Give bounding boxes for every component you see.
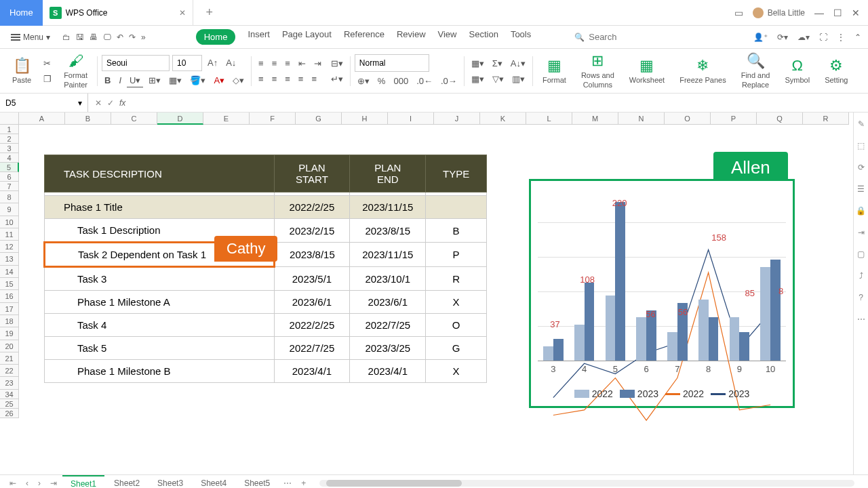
column-header[interactable]: P	[711, 113, 757, 125]
table-row[interactable]: Phase 1 Milestone A2023/6/12023/6/1X	[45, 291, 487, 314]
font-name-select[interactable]	[102, 55, 170, 71]
maximize-icon[interactable]: ☐	[833, 7, 842, 18]
ribbon-tab-section[interactable]: Section	[469, 29, 498, 45]
comma-icon[interactable]: 000	[391, 75, 411, 87]
freeze-group[interactable]: ❄Freeze Panes	[674, 49, 731, 93]
sync-icon[interactable]: ☁▾	[797, 33, 810, 42]
layers-icon[interactable]: ☰	[857, 184, 865, 194]
add-sheet-icon[interactable]: +	[297, 477, 310, 489]
row-header[interactable]: 3	[0, 144, 19, 153]
row-header[interactable]: 1	[0, 125, 19, 134]
increase-decimal-icon[interactable]: .0←	[414, 75, 435, 87]
font-size-select[interactable]	[172, 55, 202, 71]
format-group[interactable]: ▦Format	[537, 49, 572, 93]
last-sheet-icon[interactable]: ⇥	[46, 477, 61, 489]
sheet-tab-1[interactable]: Sheet1	[62, 475, 104, 489]
increase-font-icon[interactable]: A↑	[205, 56, 220, 69]
wrap-text-icon[interactable]: ↵▾	[328, 73, 346, 85]
next-sheet-icon[interactable]: ›	[34, 477, 45, 489]
cell-style-icon[interactable]: ▦▾	[166, 74, 184, 87]
column-header[interactable]: O	[665, 113, 711, 125]
search-area[interactable]: 🔍	[574, 32, 684, 42]
fx-icon[interactable]: fx	[119, 98, 125, 108]
help-icon[interactable]: ?	[859, 293, 863, 302]
table-row[interactable]: Task 42022/2/252022/7/25O	[45, 314, 487, 337]
edit-icon[interactable]: ✎	[858, 119, 865, 129]
home-tab[interactable]: Home	[0, 0, 43, 26]
first-sheet-icon[interactable]: ⇤	[5, 477, 20, 489]
ribbon-tab-insert[interactable]: Insert	[248, 29, 270, 45]
align-left-icon[interactable]: ≡	[256, 73, 267, 85]
ribbon-tab-page-layout[interactable]: Page Layout	[282, 29, 332, 45]
close-tab-icon[interactable]: ✕	[179, 8, 186, 18]
add-tab-icon[interactable]: +	[205, 5, 213, 20]
underline-icon[interactable]: U▾	[127, 74, 143, 87]
sheet-tab-2[interactable]: Sheet2	[106, 476, 148, 489]
row-header[interactable]: 16	[0, 290, 19, 302]
cloud-icon[interactable]: ⟳▾	[777, 33, 788, 42]
decrease-font-icon[interactable]: A↓	[223, 56, 239, 69]
user-account[interactable]: Bella Little	[753, 7, 805, 18]
increase-indent-icon[interactable]: ⇥	[311, 57, 324, 70]
fill-color-icon[interactable]: 🪣▾	[187, 74, 208, 87]
table-row[interactable]: Task 52022/7/252023/3/25G	[45, 337, 487, 360]
row-header[interactable]: 19	[0, 327, 19, 340]
copy-icon[interactable]: ❐	[41, 73, 54, 85]
align-right-icon[interactable]: ≡	[282, 73, 293, 85]
ribbon-tab-view[interactable]: View	[438, 29, 457, 45]
open-icon[interactable]: 🗀	[62, 33, 71, 42]
column-header[interactable]: A	[19, 113, 65, 125]
redo-icon[interactable]: ↷	[129, 33, 136, 42]
column-header[interactable]: L	[526, 113, 572, 125]
column-header[interactable]: E	[203, 113, 250, 125]
column-header[interactable]: Q	[757, 113, 803, 125]
more-panel-icon[interactable]: ⋯	[857, 314, 865, 324]
row-header[interactable]: 2	[0, 134, 19, 144]
save-icon[interactable]: 🖫	[76, 33, 84, 42]
menu-button[interactable]: Menu ▾	[7, 30, 54, 45]
row-header[interactable]: 22	[0, 365, 19, 377]
collapse-ribbon-icon[interactable]: ⌃	[854, 33, 861, 42]
row-header[interactable]: 6	[0, 172, 19, 182]
percent-icon[interactable]: %	[375, 75, 389, 87]
share-panel-icon[interactable]: ⤴	[859, 271, 863, 281]
column-header[interactable]: B	[65, 113, 111, 125]
row-header[interactable]: 8	[0, 191, 19, 203]
column-header[interactable]: H	[342, 113, 388, 125]
row-header[interactable]: 14	[0, 266, 19, 278]
column-header[interactable]: R	[803, 113, 849, 125]
align-center-icon[interactable]: ≡	[269, 73, 280, 85]
sort-icon[interactable]: A↓▾	[508, 57, 528, 70]
horizontal-scrollbar[interactable]	[319, 480, 854, 487]
minimize-icon[interactable]: —	[814, 7, 824, 18]
fullscreen-icon[interactable]: ⛶	[819, 33, 827, 42]
table-row[interactable]: Task 32023/5/12023/10/1R	[45, 267, 487, 291]
merge-icon[interactable]: ⊟▾	[328, 57, 346, 70]
align-bottom-icon[interactable]: ≡	[282, 57, 293, 70]
worksheet-group[interactable]: ▦Worksheet	[624, 49, 670, 93]
accept-formula-icon[interactable]: ✓	[107, 98, 114, 108]
row-header[interactable]: 20	[0, 340, 19, 352]
row-header[interactable]: 17	[0, 303, 19, 315]
column-header[interactable]: D	[157, 113, 203, 125]
row-header[interactable]: 12	[0, 241, 19, 253]
font-color-icon[interactable]: A▾	[211, 74, 227, 87]
ribbon-tab-tools[interactable]: Tools	[511, 29, 531, 45]
format-painter-group[interactable]: 🖌 Format Painter	[58, 49, 93, 93]
symbol-group[interactable]: ΩSymbol	[779, 49, 815, 93]
table-row[interactable]: Phase 1 Title2022/2/252023/11/15	[45, 196, 487, 219]
undo-icon[interactable]: ↶	[117, 33, 123, 42]
grid[interactable]: TASK DESCRIPTION PLANSTART PLANEND TYPE …	[19, 125, 853, 474]
bold-icon[interactable]: B	[102, 74, 113, 87]
row-header[interactable]: 11	[0, 228, 19, 241]
decrease-indent-icon[interactable]: ⇤	[296, 57, 309, 70]
lock-icon[interactable]: 🔒	[856, 206, 866, 216]
row-header[interactable]: 9	[0, 203, 19, 216]
select-icon[interactable]: ⬚	[857, 141, 865, 150]
properties-icon[interactable]: ▢	[857, 249, 865, 259]
print-preview-icon[interactable]: 🖵	[103, 33, 111, 42]
align-middle-icon[interactable]: ≡	[269, 57, 280, 70]
row-header[interactable]: 13	[0, 253, 19, 265]
paste-group[interactable]: 📋 Paste	[7, 49, 37, 93]
prev-sheet-icon[interactable]: ‹	[22, 477, 33, 489]
